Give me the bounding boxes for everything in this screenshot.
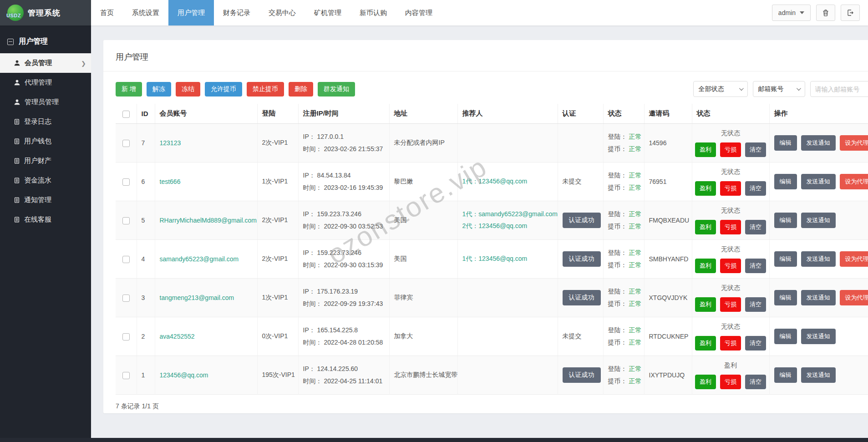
profit-button[interactable]: 盈利 [695, 259, 716, 273]
profit-button[interactable]: 盈利 [695, 220, 716, 234]
sidebar-item-在线客服[interactable]: 在线客服 [0, 210, 91, 229]
sidebar-item-用户钱包[interactable]: 用户钱包 [0, 132, 91, 151]
set-agent-button[interactable]: 设为代理 [840, 251, 868, 267]
edit-button[interactable]: 编辑 [774, 174, 797, 189]
nav-item-首页[interactable]: 首页 [91, 0, 123, 25]
loss-button[interactable]: 亏损 [720, 259, 741, 273]
clear-button[interactable]: 清空 [745, 375, 766, 389]
auth-success-button[interactable]: 认证成功 [563, 290, 601, 305]
row-checkbox[interactable] [122, 295, 130, 302]
bulk-button-允许提币[interactable]: 允许提币 [205, 82, 242, 97]
nav-item-用户管理[interactable]: 用户管理 [168, 0, 214, 25]
loss-button[interactable]: 亏损 [720, 142, 741, 157]
clear-button[interactable]: 清空 [745, 181, 766, 196]
nav-item-新币认购[interactable]: 新币认购 [350, 0, 396, 25]
profit-button[interactable]: 盈利 [695, 181, 716, 196]
referrer-line[interactable]: 1代：samandy65223@gmail.com [462, 208, 553, 220]
profit-button[interactable]: 盈利 [695, 142, 716, 157]
admin-dropdown[interactable]: admin [772, 5, 811, 21]
profit-button[interactable]: 盈利 [695, 297, 716, 312]
nav-item-财务记录[interactable]: 财务记录 [214, 0, 259, 25]
bulk-button-解冻[interactable]: 解冻 [147, 82, 171, 97]
edit-button[interactable]: 编辑 [774, 251, 797, 267]
edit-button[interactable]: 编辑 [774, 213, 797, 228]
profit-button[interactable]: 盈利 [695, 375, 716, 389]
field-filter-select[interactable]: 邮箱账号 [753, 81, 805, 97]
logout-button[interactable] [841, 5, 860, 21]
auth-success-button[interactable]: 认证成功 [563, 367, 601, 383]
status-filter-select[interactable]: 全部状态 [693, 81, 748, 97]
cell-status: 登陆： 正常提币： 正常 [603, 356, 644, 395]
loss-button[interactable]: 亏损 [720, 375, 741, 389]
search-input[interactable] [815, 86, 868, 93]
sidebar-item-通知管理[interactable]: 通知管理 [0, 190, 91, 210]
bulk-button-删除[interactable]: 删除 [289, 82, 313, 97]
account-link[interactable]: 123456@qq.com [160, 371, 208, 379]
edit-button[interactable]: 编辑 [774, 290, 797, 305]
send-notify-button[interactable]: 发送通知 [801, 329, 836, 344]
sidebar-item-代理管理[interactable]: 代理管理 [0, 73, 91, 92]
sidebar-item-登录日志[interactable]: 登录日志 [0, 112, 91, 132]
clear-button[interactable]: 清空 [745, 297, 766, 312]
loss-button[interactable]: 亏损 [720, 336, 741, 351]
sidebar-item-管理员管理[interactable]: 管理员管理 [0, 92, 91, 112]
nav-item-内容管理[interactable]: 内容管理 [396, 0, 442, 25]
account-link[interactable]: samandy65223@gmail.com [160, 255, 239, 263]
send-notify-button[interactable]: 发送通知 [801, 367, 836, 383]
referrer-line[interactable]: 2代：123456@qq.com [462, 220, 553, 232]
clear-button[interactable]: 清空 [745, 336, 766, 351]
status-normal: 正常 [629, 133, 641, 140]
clear-button[interactable]: 清空 [745, 259, 766, 273]
sidebar-section-user-mgmt[interactable]: 用户管理 [0, 30, 91, 53]
clear-button[interactable]: 清空 [745, 220, 766, 234]
row-checkbox[interactable] [122, 140, 130, 147]
bulk-button-群发通知[interactable]: 群发通知 [318, 82, 355, 97]
sidebar-item-资金流水[interactable]: 资金流水 [0, 171, 91, 190]
profit-button[interactable]: 盈利 [695, 336, 716, 351]
bulk-button-冻结[interactable]: 冻结 [176, 82, 200, 97]
clear-cache-button[interactable] [816, 5, 835, 21]
row-checkbox[interactable] [122, 217, 130, 224]
sidebar-item-会员管理[interactable]: 会员管理❯ [0, 53, 91, 73]
send-notify-button[interactable]: 发送通知 [801, 174, 836, 189]
loss-button[interactable]: 亏损 [720, 220, 741, 234]
account-link[interactable]: RHarryMichaelMd889@gmail.com [160, 217, 257, 224]
set-agent-button[interactable]: 设为代理 [840, 135, 868, 151]
referrer-line[interactable]: 1代：123456@qq.com [462, 253, 553, 265]
loss-button[interactable]: 亏损 [720, 297, 741, 312]
account-link[interactable]: tangmeng213@gmail.com [160, 294, 234, 301]
edit-button[interactable]: 编辑 [774, 135, 797, 151]
row-checkbox[interactable] [122, 178, 130, 186]
cell-login-count: 2次-VIP1 [257, 201, 298, 240]
clear-button[interactable]: 清空 [745, 142, 766, 157]
nav-item-交易中心[interactable]: 交易中心 [259, 0, 305, 25]
sidebar-item-用户财产[interactable]: 用户财产 [0, 151, 91, 171]
send-notify-button[interactable]: 发送通知 [801, 213, 836, 228]
bulk-button-禁止提币[interactable]: 禁止提币 [247, 82, 284, 97]
set-agent-button[interactable]: 设为代理 [840, 290, 868, 305]
account-link[interactable]: 123123 [160, 139, 181, 147]
loss-button[interactable]: 亏损 [720, 181, 741, 196]
nav-item-矿机管理[interactable]: 矿机管理 [305, 0, 350, 25]
account-link[interactable]: test666 [160, 178, 181, 185]
row-checkbox[interactable] [122, 372, 130, 379]
cell-id: 7 [137, 124, 155, 163]
edit-button[interactable]: 编辑 [774, 329, 797, 344]
set-agent-button[interactable]: 设为代理 [840, 174, 868, 189]
send-notify-button[interactable]: 发送通知 [801, 135, 836, 151]
select-all-checkbox[interactable] [122, 111, 130, 118]
cell-invite-code: FMQBXEADU [644, 201, 692, 240]
referrer-line[interactable]: 1代：123456@qq.com [462, 176, 553, 188]
row-checkbox[interactable] [122, 333, 130, 340]
row-checkbox[interactable] [122, 256, 130, 263]
send-notify-button[interactable]: 发送通知 [801, 290, 836, 305]
send-notify-button[interactable]: 发送通知 [801, 251, 836, 267]
auth-success-button[interactable]: 认证成功 [563, 213, 601, 228]
auth-success-button[interactable]: 认证成功 [563, 251, 601, 267]
nav-item-系统设置[interactable]: 系统设置 [123, 0, 168, 25]
cell-invite-code: IXYTPDUJQ [644, 356, 692, 395]
edit-button[interactable]: 编辑 [774, 367, 797, 383]
bulk-button-新增[interactable]: 新 增 [116, 82, 142, 97]
account-link[interactable]: ava4252552 [160, 333, 195, 340]
cell-id: 4 [137, 240, 155, 279]
